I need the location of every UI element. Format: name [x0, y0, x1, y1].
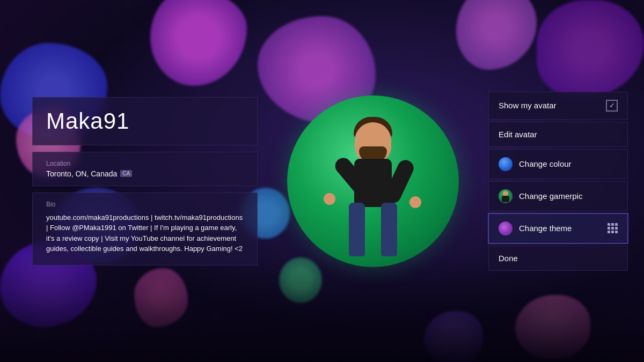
menu-item-left: Change colour — [499, 157, 572, 171]
grid-dot — [608, 227, 610, 230]
menu-item-left: Change gamerpic — [499, 189, 582, 203]
grid-dot — [608, 231, 610, 233]
location-label: Location — [46, 160, 244, 167]
profile-panel: Maka91 Location Toronto, ON, Canada CA B… — [32, 97, 258, 265]
menu-item-edit-avatar[interactable]: Edit avatar — [488, 122, 628, 147]
grid-icon — [608, 223, 618, 233]
colour-icon — [499, 157, 513, 171]
username: Maka91 — [46, 108, 241, 134]
username-box: Maka91 — [32, 97, 258, 145]
avatar-figure — [319, 117, 427, 267]
location-value: Toronto, ON, Canada CA — [46, 169, 244, 178]
grid-dot — [615, 231, 618, 233]
edit-avatar-label: Edit avatar — [499, 130, 537, 139]
side-menu: Show my avatar ✓ Edit avatar Change colo… — [488, 92, 628, 271]
mini-theme — [499, 221, 513, 235]
menu-item-change-gamerpic[interactable]: Change gamerpic — [488, 181, 628, 211]
change-theme-label: Change theme — [519, 224, 572, 233]
av-hand-left — [324, 193, 335, 205]
show-avatar-label: Show my avatar — [499, 101, 557, 110]
avatar-area — [258, 95, 488, 267]
main-content: Maka91 Location Toronto, ON, Canada CA B… — [0, 0, 644, 362]
menu-item-right — [608, 223, 618, 233]
change-gamerpic-label: Change gamerpic — [519, 191, 582, 201]
menu-item-left: Show my avatar — [499, 101, 557, 110]
done-label: Done — [499, 254, 518, 263]
av-head — [355, 122, 391, 162]
av-leg-right — [381, 203, 397, 256]
mini-av-body — [502, 196, 509, 202]
grid-dot — [615, 223, 618, 226]
country-flag: CA — [120, 170, 132, 177]
gamerpic-icon — [499, 189, 513, 203]
menu-item-left: Done — [499, 254, 518, 263]
bio-box: Bio youtube.com/maka91productions | twit… — [32, 193, 258, 265]
mini-avatar — [499, 189, 513, 203]
bio-text: youtube.com/maka91productions | twitch.t… — [46, 212, 244, 254]
grid-dot — [608, 223, 610, 226]
grid-dot — [611, 227, 614, 230]
location-text: Toronto, ON, Canada — [46, 169, 117, 178]
av-leg-left — [349, 203, 365, 256]
grid-dot — [611, 223, 614, 226]
change-colour-label: Change colour — [519, 159, 572, 168]
bio-label: Bio — [46, 201, 244, 208]
location-box: Location Toronto, ON, Canada CA — [32, 152, 258, 186]
checkbox-icon: ✓ — [606, 100, 618, 112]
menu-item-done[interactable]: Done — [488, 246, 628, 271]
menu-item-show-avatar[interactable]: Show my avatar ✓ — [488, 92, 628, 120]
menu-item-left: Change theme — [499, 221, 572, 235]
theme-icon — [499, 221, 513, 235]
menu-item-left: Edit avatar — [499, 130, 537, 139]
menu-item-right: ✓ — [606, 100, 618, 112]
grid-dot — [615, 227, 618, 230]
menu-item-change-colour[interactable]: Change colour — [488, 149, 628, 179]
avatar-circle — [287, 95, 459, 267]
av-torso — [354, 159, 392, 207]
av-hand-right — [409, 196, 421, 208]
menu-item-change-theme[interactable]: Change theme — [488, 213, 628, 243]
grid-dot — [611, 231, 614, 233]
